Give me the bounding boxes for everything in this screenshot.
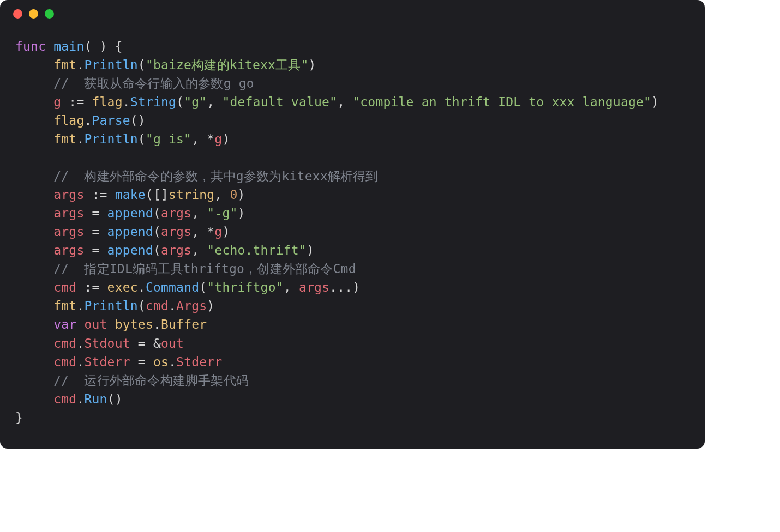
keyword-var: var	[53, 317, 76, 331]
call-Println: Println	[84, 299, 137, 313]
comma: ,	[284, 280, 299, 294]
indent	[15, 355, 53, 369]
paren: (	[199, 280, 207, 294]
code-line: args = append(args, "echo.thrift")	[15, 243, 314, 257]
indent	[15, 113, 53, 128]
paren: )	[207, 299, 214, 313]
op-define: :=	[84, 188, 115, 202]
paren: (	[153, 225, 161, 239]
paren: )	[307, 243, 314, 257]
code-line: cmd.Stderr = os.Stderr	[15, 355, 222, 369]
dot: .	[169, 355, 176, 369]
call-Println: Println	[84, 132, 137, 146]
code-line: flag.Parse()	[15, 113, 146, 128]
comment: // 构建外部命令的参数，其中g参数为kitexx解析得到	[53, 169, 378, 183]
brace-close: }	[15, 410, 23, 425]
paren: (	[138, 132, 146, 146]
comma-star: , *	[191, 225, 214, 239]
indent	[15, 373, 53, 388]
string-literal: "g is"	[146, 132, 191, 146]
pkg-flag: flag	[92, 95, 123, 109]
indent	[15, 169, 53, 183]
number-literal: 0	[230, 188, 237, 202]
space	[107, 317, 115, 331]
var-g: g	[53, 95, 61, 109]
paren: )	[651, 95, 659, 109]
op-assign: =	[84, 243, 107, 257]
dot: .	[76, 336, 84, 350]
call-Println: Println	[84, 58, 137, 72]
code-line: args = append(args, *g)	[15, 225, 230, 239]
code-line: }	[15, 410, 23, 425]
field-Args: Args	[176, 299, 207, 313]
string-literal: "thriftgo"	[207, 280, 283, 294]
indent	[15, 132, 53, 146]
pkg-fmt: fmt	[53, 58, 76, 72]
var-cmd: cmd	[146, 299, 169, 313]
string-literal: "-g"	[207, 206, 237, 220]
parens: ( )	[84, 39, 107, 53]
paren: )	[222, 132, 230, 146]
var-cmd: cmd	[53, 280, 76, 294]
code-line: args := make([]string, 0)	[15, 188, 245, 202]
var-args: args	[299, 280, 329, 294]
var-g: g	[214, 132, 222, 146]
var-cmd: cmd	[53, 392, 76, 406]
indent	[15, 317, 53, 331]
op-assign: =	[84, 206, 107, 220]
indent	[15, 95, 53, 109]
call-make: make	[115, 188, 146, 202]
code-line: cmd.Stdout = &out	[15, 336, 184, 350]
indent	[15, 262, 53, 276]
comma: ,	[214, 188, 230, 202]
paren: (	[107, 392, 115, 406]
code-line: fmt.Println("baize构建的kitexx工具")	[15, 58, 316, 72]
string-literal: "default value"	[222, 95, 337, 109]
close-icon[interactable]	[13, 9, 22, 19]
paren: )	[309, 58, 316, 72]
paren: (	[138, 58, 146, 72]
paren: (	[130, 113, 138, 128]
paren: )	[237, 206, 245, 220]
code-editor[interactable]: func main( ) { fmt.Println("baize构建的kite…	[0, 27, 705, 449]
paren: )	[352, 280, 360, 294]
var-cmd: cmd	[53, 355, 76, 369]
string-literal: "compile an thrift IDL to xxx language"	[352, 95, 651, 109]
var-args: args	[53, 243, 84, 257]
comma: ,	[191, 243, 207, 257]
paren: (	[176, 95, 184, 109]
paren: (	[153, 206, 161, 220]
space	[76, 317, 84, 331]
dot: .	[76, 299, 84, 313]
dot: .	[169, 299, 176, 313]
call-Parse: Parse	[92, 113, 130, 128]
var-args: args	[53, 188, 84, 202]
indent	[15, 392, 53, 406]
brace-open: {	[107, 39, 123, 53]
paren: )	[222, 225, 230, 239]
var-out: out	[161, 336, 184, 350]
op-define: :=	[76, 280, 107, 294]
op-define: :=	[61, 95, 92, 109]
dot: .	[84, 113, 92, 128]
field-Stderr: Stderr	[176, 355, 222, 369]
op-assign-ref: = &	[130, 336, 161, 350]
pkg-bytes: bytes	[115, 317, 153, 331]
paren: )	[138, 113, 146, 128]
code-line: fmt.Println(cmd.Args)	[15, 299, 214, 313]
code-line: g := flag.String("g", "default value", "…	[15, 95, 659, 109]
code-line: fmt.Println("g is", *g)	[15, 132, 230, 146]
comma: ,	[207, 95, 222, 109]
call-Command: Command	[146, 280, 199, 294]
code-line: cmd := exec.Command("thriftgo", args...)	[15, 280, 360, 294]
comment: // 运行外部命令构建脚手架代码	[53, 373, 249, 388]
code-line: var out bytes.Buffer	[15, 317, 207, 331]
titlebar	[0, 0, 705, 27]
maximize-icon[interactable]	[45, 9, 54, 19]
var-args: args	[161, 225, 191, 239]
indent	[15, 76, 53, 90]
minimize-icon[interactable]	[29, 9, 38, 19]
comma: ,	[191, 206, 207, 220]
call-append: append	[107, 206, 153, 220]
pkg-fmt: fmt	[53, 132, 76, 146]
